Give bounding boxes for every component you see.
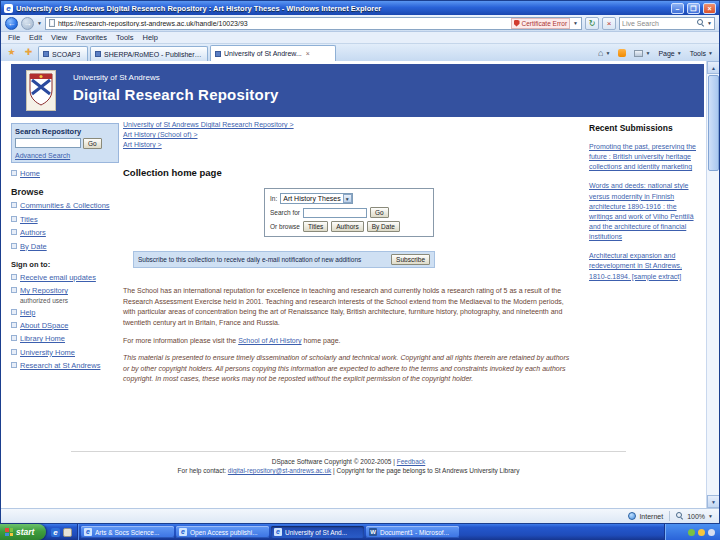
sidebar-item-library-home[interactable]: Library Home — [11, 334, 119, 343]
sidebar-item-help[interactable]: Help — [11, 308, 119, 317]
title-bar: University of St Andrews Digital Researc… — [1, 1, 719, 15]
collection-select[interactable]: Art History Theses ▼ — [280, 193, 352, 204]
close-button[interactable]: × — [703, 3, 716, 14]
taskbar-item-open-access[interactable]: Open Access publishi... — [176, 526, 269, 538]
help-icon — [11, 309, 17, 315]
site-header: University of St Andrews Digital Researc… — [11, 64, 704, 117]
tab-close-icon[interactable]: × — [306, 50, 310, 57]
sidebar-item-communities[interactable]: Communities & Collections — [11, 201, 119, 210]
repository-title: Digital Research Repository — [73, 86, 278, 103]
tab-scoap3[interactable]: SCOAP3 — [38, 46, 88, 61]
library-copyright-text: | Copyright for the page belongs to St A… — [333, 467, 519, 474]
tray-status-icon[interactable] — [708, 529, 715, 536]
school-of-art-history-link[interactable]: School of Art History — [238, 337, 301, 344]
recent-submissions-panel: Recent Submissions Promoting the past, p… — [589, 123, 701, 282]
browse-titles-button[interactable]: Titles — [303, 221, 328, 232]
menu-edit[interactable]: Edit — [29, 33, 42, 42]
bullet-icon — [11, 362, 17, 368]
recent-item-link[interactable]: Words and deeds: national style versus m… — [589, 181, 701, 242]
scrollbar-thumb[interactable] — [708, 75, 719, 171]
recent-item-link[interactable]: Promoting the past, preserving the futur… — [589, 142, 701, 172]
sidebar-item-authors[interactable]: Authors — [11, 228, 119, 237]
taskbar-item-st-andrews[interactable]: University of St And... — [271, 526, 364, 538]
search-box[interactable]: ▼ — [619, 17, 715, 30]
ie-quicklaunch-icon[interactable] — [51, 528, 60, 537]
scroll-up-icon[interactable]: ▲ — [707, 61, 719, 74]
vertical-scrollbar[interactable]: ▲ ▼ — [706, 61, 719, 508]
authorized-users-note: authorized users — [20, 297, 119, 304]
page-title: Collection home page — [123, 167, 575, 178]
menu-view[interactable]: View — [51, 33, 67, 42]
main-content: University of St Andrews Digital Researc… — [123, 121, 575, 385]
left-sidebar: Search Repository Go Advanced Search Hom… — [11, 123, 119, 371]
tab-sherpa-romeo[interactable]: SHERPA/RoMEO - Publisher c... — [90, 46, 208, 61]
search-dropdown-icon[interactable]: ▼ — [707, 20, 712, 26]
stop-button[interactable]: × — [602, 17, 616, 30]
print-button[interactable]: ▼ — [631, 46, 653, 60]
statusbar-divider — [669, 511, 670, 521]
zoom-icon — [676, 512, 684, 520]
breadcrumb-school-link[interactable]: Art History (School of) > — [123, 131, 198, 138]
advanced-search-link[interactable]: Advanced Search — [15, 152, 115, 159]
zoom-control[interactable]: 100% ▼ — [676, 512, 713, 520]
restore-button[interactable]: ❐ — [687, 3, 700, 14]
magnifier-icon[interactable] — [697, 19, 705, 27]
page-menu-button[interactable]: Page▼ — [655, 46, 684, 60]
menu-file[interactable]: File — [8, 33, 20, 42]
breadcrumb-art-history-link[interactable]: Art History > — [123, 141, 162, 148]
sidebar-item-about-dspace[interactable]: About DSpace — [11, 321, 119, 330]
browse-authors-button[interactable]: Authors — [331, 221, 363, 232]
taskbar-item-arts-socs[interactable]: Arts & Socs Science... — [81, 526, 174, 538]
tray-status-icon[interactable] — [688, 529, 695, 536]
subscribe-button[interactable]: Subscribe — [391, 254, 430, 265]
forward-button[interactable]: → — [21, 17, 34, 30]
tray-status-icon[interactable] — [698, 529, 705, 536]
live-search-input[interactable] — [622, 20, 695, 27]
subscribe-bar: Subscribe to this collection to receive … — [133, 251, 435, 268]
favorites-center-icon[interactable]: ★ — [4, 46, 19, 60]
help-email-link[interactable]: digital-repository@st-andrews.ac.uk — [228, 467, 331, 474]
certificate-error-button[interactable]: Certificate Error — [511, 18, 571, 29]
collection-search-input[interactable] — [303, 208, 367, 218]
help-contact-text: For help contact: — [178, 467, 226, 474]
scroll-down-icon[interactable]: ▼ — [707, 495, 719, 508]
browse-bydate-button[interactable]: By Date — [367, 221, 400, 232]
feeds-button[interactable] — [615, 46, 629, 60]
sidebar-item-bydate[interactable]: By Date — [11, 242, 119, 251]
feedback-link[interactable]: Feedback — [397, 458, 426, 465]
start-button[interactable]: start — [0, 524, 46, 540]
sidebar-item-my-repository[interactable]: My Repository — [11, 286, 119, 295]
minimize-button[interactable]: – — [671, 3, 684, 14]
url-field[interactable]: https://research-repository.st-andrews.a… — [45, 17, 582, 30]
word-icon — [369, 528, 377, 536]
tab-favicon — [215, 51, 221, 57]
add-favorite-icon[interactable]: ✚ — [21, 46, 36, 60]
breadcrumb-repository-link[interactable]: University of St Andrews Digital Researc… — [123, 121, 294, 128]
sidebar-search-input[interactable] — [15, 138, 81, 148]
back-button[interactable]: ← — [5, 17, 18, 30]
menu-help[interactable]: Help — [143, 33, 158, 42]
tab-st-andrews-active[interactable]: University of St Andrew... × — [210, 45, 336, 61]
menu-tools[interactable]: Tools — [116, 33, 134, 42]
recent-item-link[interactable]: Architectural expansion and redevelopmen… — [589, 251, 701, 281]
sidebar-item-home[interactable]: Home — [11, 169, 119, 178]
home-button[interactable]: ⌂▼ — [595, 46, 613, 60]
show-desktop-icon[interactable] — [63, 528, 72, 537]
history-dropdown-icon[interactable]: ▼ — [37, 20, 42, 26]
or-browse-label: Or browse — [270, 223, 300, 230]
tools-menu-button[interactable]: Tools▼ — [687, 46, 716, 60]
sidebar-item-titles[interactable]: Titles — [11, 215, 119, 224]
sidebar-search-go-button[interactable]: Go — [83, 138, 102, 149]
taskbar-item-word-document[interactable]: Document1 - Microsof... — [366, 526, 459, 538]
menu-favorites[interactable]: Favorites — [76, 33, 107, 42]
bullet-icon — [11, 229, 17, 235]
user-icon — [11, 287, 17, 293]
collection-search-panel: In: Art History Theses ▼ Search for Go O… — [264, 188, 434, 237]
sidebar-item-research[interactable]: Research at St Andrews — [11, 361, 119, 370]
url-dropdown-icon[interactable]: ▼ — [573, 20, 578, 26]
sidebar-item-university-home[interactable]: University Home — [11, 348, 119, 357]
collection-search-go-button[interactable]: Go — [370, 207, 389, 218]
bullet-icon — [11, 216, 17, 222]
sidebar-item-email-updates[interactable]: Receive email updates — [11, 273, 119, 282]
refresh-button[interactable]: ↻ — [585, 17, 599, 30]
